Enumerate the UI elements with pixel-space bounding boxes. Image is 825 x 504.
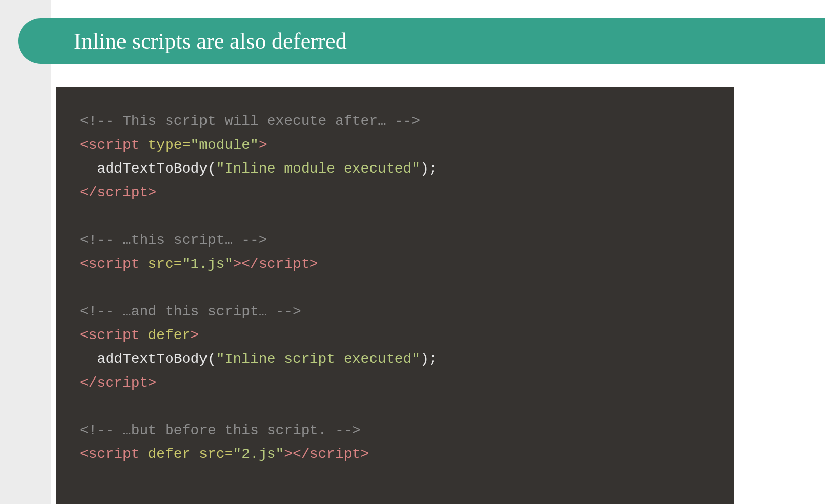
code-attr-type-value: "module" (190, 137, 258, 153)
code-tag-close-2: </script> (241, 256, 318, 272)
code-attr-src-value-4: "2.js" (233, 446, 284, 462)
code-fn-call-3: addTextToBody( (97, 351, 216, 367)
code-attr-src-value-2: "1.js" (182, 256, 233, 272)
code-tag-open-2: <script (80, 256, 140, 272)
code-attr-type: type= (140, 137, 191, 153)
title-bar: Inline scripts are also deferred (18, 18, 825, 64)
code-comment-1: <!-- This script will execute after… --> (80, 113, 420, 129)
code-tag-close-4: </script> (293, 446, 369, 462)
slide-title: Inline scripts are also deferred (74, 28, 347, 54)
code-fn-tail-1: ); (420, 161, 437, 177)
code-tag-open-close-4: > (284, 446, 293, 462)
code-fn-arg-1: "Inline module executed" (216, 161, 420, 177)
code-comment-3: <!-- …and this script… --> (80, 304, 301, 319)
code-comment-2: <!-- …this script… --> (80, 232, 267, 248)
code-tag-close-3: </script> (80, 375, 156, 391)
code-block: <!-- This script will execute after… -->… (56, 87, 734, 504)
code-attr-defer-3: defer (140, 327, 191, 343)
code-tag-open-close-2: > (233, 256, 241, 272)
code-tag-close-1: </script> (80, 185, 156, 200)
code-fn-call-1: addTextToBody( (97, 161, 216, 177)
code-tag-open-close-3: > (190, 327, 199, 343)
code-indent-3 (80, 351, 97, 367)
left-gutter (0, 0, 51, 504)
code-tag-open-1: <script (80, 137, 140, 153)
code-tag-open-3: <script (80, 327, 140, 343)
code-tag-open-4: <script (80, 446, 140, 462)
code-tag-open-close-1: > (259, 137, 267, 153)
code-indent-1 (80, 161, 97, 177)
code-comment-4: <!-- …but before this script. --> (80, 423, 361, 438)
code-attr-src-2: src= (140, 256, 182, 272)
code-attr-src-4: src= (190, 446, 233, 462)
code-fn-tail-3: ); (420, 351, 437, 367)
code-fn-arg-3: "Inline script executed" (216, 351, 420, 367)
code-attr-defer-4: defer (140, 446, 191, 462)
slide: Inline scripts are also deferred <!-- Th… (0, 0, 825, 504)
